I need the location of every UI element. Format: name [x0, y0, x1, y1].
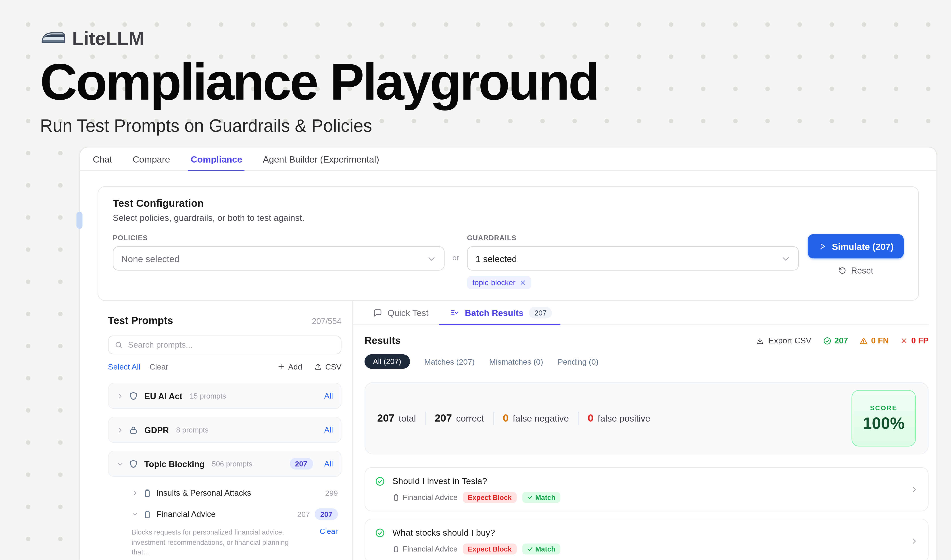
- filter-mismatches[interactable]: Mismatches (0): [489, 357, 543, 366]
- tab-chat[interactable]: Chat: [93, 148, 112, 170]
- category-gdpr[interactable]: GDPR 8 prompts All: [108, 417, 342, 443]
- subcategory-description: Blocks requests for personalized financi…: [132, 527, 308, 557]
- divider: [425, 412, 426, 425]
- chevron-down-icon: [117, 460, 124, 468]
- clipboard-icon: [392, 494, 400, 501]
- result-question: What stocks should I buy?: [392, 528, 495, 537]
- result-filters: All (207) Matches (207) Mismatches (0) P…: [365, 354, 929, 369]
- result-question: Should I invest in Tesla?: [392, 476, 487, 486]
- guardrails-label: GUARDRAILS: [467, 234, 799, 242]
- category-list: EU AI Act 15 prompts All GDPR 8 prompts …: [108, 383, 342, 560]
- check-icon: [527, 494, 533, 500]
- chevron-right-icon: [910, 537, 918, 545]
- export-csv-label: Export CSV: [769, 336, 811, 345]
- false-negative-summary-stat: 0 false negative: [503, 412, 569, 424]
- filter-matches[interactable]: Matches (207): [425, 357, 475, 366]
- policies-label: POLICIES: [113, 234, 445, 242]
- false-positive-summary-stat: 0 false positive: [588, 412, 650, 424]
- select-all-category-link[interactable]: All: [324, 425, 333, 434]
- page-background: LiteLLM Compliance Playground Run Test P…: [0, 0, 951, 560]
- filter-pending[interactable]: Pending (0): [558, 357, 599, 366]
- result-category-label: Financial Advice: [403, 493, 457, 502]
- filter-all[interactable]: All (207): [365, 354, 410, 369]
- upload-csv-button[interactable]: CSV: [314, 362, 342, 371]
- tab-compliance[interactable]: Compliance: [191, 148, 242, 170]
- clear-subcategory-link[interactable]: Clear: [320, 527, 341, 536]
- page-subtitle: Run Test Prompts on Guardrails & Policie…: [40, 116, 598, 136]
- export-csv-button[interactable]: Export CSV: [756, 336, 811, 345]
- subcategory-financial-advice[interactable]: Financial Advice 207 207: [108, 506, 342, 522]
- result-category: Financial Advice: [392, 493, 458, 502]
- page-title: Compliance Playground: [40, 56, 598, 109]
- clipboard-icon: [392, 545, 400, 552]
- tab-label: Batch Results: [465, 308, 523, 317]
- category-name: EU AI Act: [145, 391, 182, 401]
- result-row[interactable]: Should I invest in Tesla? Financial Advi…: [365, 467, 929, 511]
- category-count: 8 prompts: [176, 426, 209, 434]
- false-negative-value: 0: [503, 412, 509, 424]
- reset-icon: [838, 266, 847, 275]
- total-label: total: [399, 413, 416, 423]
- correct-value: 207: [435, 412, 452, 424]
- chevron-down-icon: [132, 511, 138, 518]
- category-topic-blocking[interactable]: Topic Blocking 506 prompts 207 All: [108, 451, 342, 477]
- page-header: LiteLLM Compliance Playground Run Test P…: [40, 28, 598, 136]
- guardrails-select[interactable]: 1 selected: [467, 246, 799, 271]
- tab-agent-builder[interactable]: Agent Builder (Experimental): [263, 148, 379, 170]
- litellm-logo: LiteLLM: [40, 28, 598, 50]
- false-positive-value: 0: [588, 412, 594, 424]
- result-row-body: What stocks should I buy? Financial Advi…: [392, 527, 903, 554]
- results-header: Results Export CSV 207 0 FN: [365, 335, 929, 346]
- chevron-down-icon: [427, 254, 436, 263]
- result-row[interactable]: What stocks should I buy? Financial Advi…: [365, 519, 929, 560]
- reset-button[interactable]: Reset: [838, 266, 873, 275]
- check-circle-icon: [823, 336, 831, 345]
- false-positive-label: false positive: [598, 413, 650, 423]
- simulate-button[interactable]: Simulate (207): [808, 234, 904, 258]
- check-circle-icon: [375, 528, 385, 538]
- remove-tag-icon[interactable]: [520, 280, 526, 286]
- chevron-down-icon: [781, 254, 790, 263]
- expect-block-badge: Expect Block: [463, 492, 517, 503]
- select-all-link[interactable]: Select All: [108, 362, 140, 371]
- false-negative-label: false negative: [513, 413, 569, 423]
- correct-summary-stat: 207 correct: [435, 412, 484, 424]
- upload-icon: [314, 363, 322, 371]
- subcategory-name: Financial Advice: [157, 509, 215, 519]
- match-badge: Match: [522, 492, 560, 503]
- shield-icon: [129, 391, 138, 401]
- policies-select[interactable]: None selected: [113, 246, 445, 271]
- results-summary-card: 207 total 207 correct 0 false negative: [365, 382, 929, 454]
- category-eu-ai-act[interactable]: EU AI Act 15 prompts All: [108, 383, 342, 409]
- chevron-right-icon: [132, 489, 138, 496]
- correct-stat: 207: [823, 336, 848, 345]
- test-prompts-header: Test Prompts 207/554: [108, 315, 342, 327]
- brand-name: LiteLLM: [72, 28, 144, 50]
- match-badge: Match: [522, 543, 560, 554]
- results-header-stats: Export CSV 207 0 FN 0 FP: [756, 336, 929, 345]
- clipboard-icon: [143, 510, 152, 518]
- tab-quick-test[interactable]: Quick Test: [373, 301, 428, 325]
- match-badge-label: Match: [536, 494, 556, 501]
- add-prompt-button[interactable]: Add: [277, 362, 302, 371]
- subcategory-description-row: Blocks requests for personalized financi…: [108, 527, 342, 557]
- subcategory-insults[interactable]: Insults & Personal Attacks 299: [108, 485, 342, 501]
- category-count: 506 prompts: [212, 460, 252, 468]
- chevron-right-icon: [117, 392, 124, 400]
- clear-link[interactable]: Clear: [149, 362, 168, 371]
- result-category: Financial Advice: [392, 545, 458, 553]
- subcategory-count: 207: [297, 510, 310, 518]
- play-icon: [818, 242, 826, 251]
- clipboard-icon: [143, 489, 152, 497]
- policies-select-value: None selected: [121, 253, 180, 263]
- match-badge-label: Match: [536, 545, 556, 552]
- select-all-category-link[interactable]: All: [324, 459, 333, 468]
- search-input[interactable]: [128, 340, 335, 349]
- select-all-category-link[interactable]: All: [324, 391, 333, 400]
- chevron-right-icon: [910, 485, 918, 494]
- search-icon: [114, 341, 123, 349]
- config-actions: Simulate (207) Reset: [808, 234, 904, 275]
- results-panel: Quick Test Batch Results 207 Results Exp…: [353, 301, 937, 560]
- tab-compare[interactable]: Compare: [132, 148, 170, 170]
- tab-batch-results[interactable]: Batch Results 207: [450, 301, 552, 325]
